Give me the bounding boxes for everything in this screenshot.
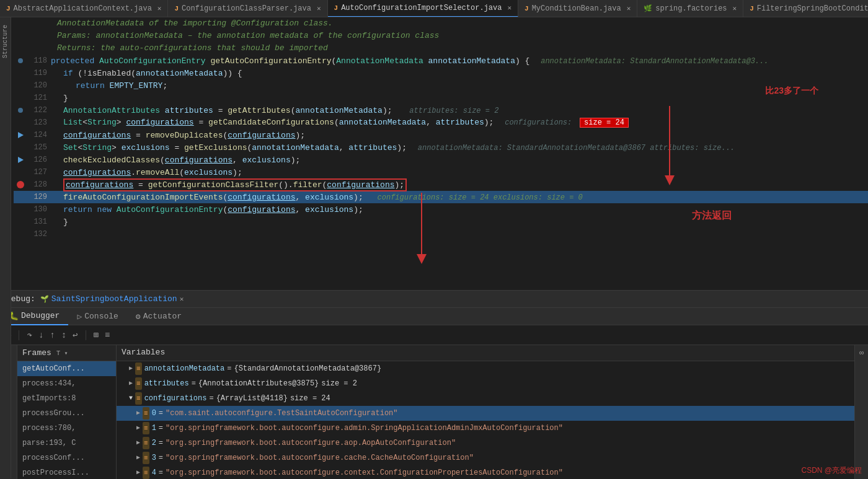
factories-icon: 🌿 (644, 4, 652, 12)
tab-close-configparser[interactable]: ✕ (317, 4, 321, 12)
var-config-4[interactable]: ▶ ≡ 4 = "org.springframework.boot.autoco… (117, 465, 854, 479)
structure-label[interactable]: Structure (2, 25, 9, 58)
var-config-1[interactable]: ▶ ≡ 1 = "org.springframework.boot.autoco… (117, 421, 854, 436)
tab-label-springfactories: spring.factories (655, 4, 727, 13)
frame-item-0[interactable]: getAutoConf... (17, 361, 116, 376)
tab-close-abstract[interactable]: ✕ (157, 4, 162, 12)
expand-icon-annotationMetadata: ▶ (129, 363, 133, 375)
code-row-125: 125 Set<String> exclusions = getExclusio… (14, 141, 868, 154)
session-name: SaintSpringbootApplication (51, 294, 177, 304)
debug-toolbar: ▶ ↷ ↓ ↑ ↕ ↩ ⊞ ≡ (0, 325, 868, 345)
frame-item-4[interactable]: process:780, (17, 421, 116, 436)
tab-configparser[interactable]: J ConfigurationClassParser.java ✕ (168, 0, 327, 17)
tab-mycondition[interactable]: J MyConditionBean.java ✕ (518, 0, 637, 17)
expand-icon-attributes: ▶ (129, 377, 133, 390)
tab-autoconfigimport[interactable]: J AutoConfigurationImportSelector.java ✕ (328, 0, 518, 17)
tab-label-configparser: ConfigurationClassParser.java (182, 4, 311, 13)
ln-118: 118 (27, 56, 51, 65)
debug-header: Debug: 🌱 SaintSpringbootApplication ✕ (0, 291, 868, 308)
code-row-127: 127 configurations.removeAll(exclusions)… (14, 166, 868, 178)
expand-icon-config-2: ▶ (136, 437, 140, 449)
marker-128 (14, 181, 27, 188)
restore-layout-btn[interactable]: ⊞ (92, 328, 100, 341)
code-127: configurations.removeAll(exclusions); (51, 168, 868, 177)
var-configurations[interactable]: ▼ ≡ configurations = {ArrayList@4118} si… (117, 391, 854, 406)
var-type-icon-config-2: ≡ (143, 437, 149, 449)
var-attributes[interactable]: ▶ ≡ attributes = {AnnotationAttributes@3… (117, 376, 854, 391)
var-annotationMetadata[interactable]: ▶ ≡ annotationMetadata = {StandardAnnota… (117, 361, 854, 376)
infinite-icon[interactable]: ∞ (859, 349, 864, 358)
frame-item-6[interactable]: processConf... (17, 450, 116, 465)
tab-close-autoconfigimport[interactable]: ✕ (507, 4, 512, 12)
code-row-118: 118 protected AutoConfigurationEntry get… (14, 55, 868, 67)
tab-close-springfactories[interactable]: ✕ (733, 4, 737, 12)
marker-122 (14, 108, 27, 113)
step-over-btn[interactable]: ↷ (25, 328, 33, 341)
debug-session[interactable]: 🌱 SaintSpringbootApplication ✕ (40, 294, 184, 304)
code-editor[interactable]: AnnotationMetadata of the importing @Con… (14, 17, 868, 290)
frame-item-2[interactable]: getImports:8 (17, 391, 116, 406)
java-icon-mycondition: J (525, 5, 529, 12)
frame-item-1[interactable]: process:434, (17, 376, 116, 391)
console-tab[interactable]: ▷ Console (68, 308, 126, 325)
var-type-icon-annotationMetadata: ≡ (135, 363, 142, 375)
code-row-122: 122 AnnotationAttributes attributes = ge… (14, 104, 868, 116)
console-tab-label: Console (84, 312, 118, 321)
run-to-cursor-btn[interactable]: ↕ (60, 329, 68, 341)
frames-filter-arrow[interactable]: ▾ (64, 349, 68, 357)
code-row-129: 129 fireAutoConfigurationImportEvents(co… (14, 191, 868, 203)
frame-item-7[interactable]: postProcessI... (17, 465, 116, 479)
tab-abstract[interactable]: J AbstractApplicationContext.java ✕ (0, 0, 168, 17)
debug-tabs: 🐛 Debugger ▷ Console ⚙ Actuator (0, 308, 868, 325)
code-row-121: 121 } (14, 92, 868, 104)
ln-127: 127 (27, 168, 51, 177)
java-icon-configparser: J (174, 5, 179, 12)
code-122: AnnotationAttributes attributes = getAtt… (51, 106, 868, 115)
code-row-126: 126 checkExcludedClasses(configurations,… (14, 154, 868, 166)
comment-area: AnnotationMetadata of the importing @Con… (14, 17, 868, 55)
frame-item-5[interactable]: parse:193, C (17, 436, 116, 450)
frames-list: getAutoConf... process:434, getImports:8… (17, 361, 116, 479)
debug-content: ▶ ⬆ ⬇ ⊛ + Frames T ▾ getAutoConf... proc… (0, 345, 868, 479)
marker-118 (14, 58, 27, 63)
var-config-2[interactable]: ▶ ≡ 2 = "org.springframework.boot.autoco… (117, 436, 854, 450)
comment-line-1: AnnotationMetadata of the importing @Con… (57, 17, 333, 30)
code-130: return new AutoConfigurationEntry(config… (51, 205, 868, 214)
code-121: } (51, 94, 868, 103)
var-config-3[interactable]: ▶ ≡ 3 = "org.springframework.boot.autoco… (117, 450, 854, 465)
code-119: if (!isEnabled(annotationMetadata)) { (51, 69, 868, 78)
session-close-btn[interactable]: ✕ (180, 295, 184, 303)
evaluate-btn[interactable]: ↩ (71, 328, 79, 341)
frames-title: Frames (22, 348, 51, 358)
actuator-tab[interactable]: ⚙ Actuator (127, 308, 190, 325)
tab-close-mycondition[interactable]: ✕ (627, 4, 631, 12)
code-129: fireAutoConfigurationImportEvents(config… (51, 193, 868, 202)
java-icon-filteringspring: J (750, 5, 754, 12)
ln-129: 129 (27, 193, 51, 201)
expand-icon-config-4: ▶ (136, 467, 140, 479)
var-type-icon-attributes: ≡ (135, 377, 142, 390)
marker-124 (14, 132, 27, 138)
tab-springfactories[interactable]: 🌿 spring.factories ✕ (637, 0, 743, 17)
code-131: } (51, 218, 868, 227)
java-icon-autoconfigimport: J (334, 4, 339, 12)
ln-120: 120 (27, 81, 51, 90)
var-type-icon-configurations: ≡ (135, 392, 142, 405)
tab-label-mycondition: MyConditionBean.java (532, 4, 621, 13)
editor-blank (14, 240, 868, 290)
tab-filteringspring[interactable]: J FilteringSpringBootCondition.java ✕ (743, 0, 868, 17)
step-into-btn[interactable]: ↓ (37, 329, 45, 341)
settings-btn[interactable]: ≡ (104, 329, 111, 341)
variables-list: ▶ ≡ annotationMetadata = {StandardAnnota… (117, 361, 854, 479)
frame-item-3[interactable]: processGrou... (17, 406, 116, 421)
ln-128: 128 (27, 180, 51, 189)
code-126: checkExcludedClasses(configurations, exc… (51, 156, 868, 165)
frames-panel: Frames T ▾ getAutoConf... process:434, g… (17, 345, 117, 479)
ln-122: 122 (27, 106, 51, 115)
variables-panel: Variables ▶ ≡ annotationMetadata = {Stan… (117, 345, 854, 479)
var-config-0[interactable]: ▶ ≡ 0 = "com.saint.autoconfigure.TestSai… (117, 406, 854, 421)
comment-text-block: AnnotationMetadata of the importing @Con… (51, 17, 868, 55)
step-out-btn[interactable]: ↑ (48, 329, 56, 341)
expand-icon-configurations: ▼ (129, 392, 133, 405)
java-icon-abstract: J (6, 5, 11, 12)
